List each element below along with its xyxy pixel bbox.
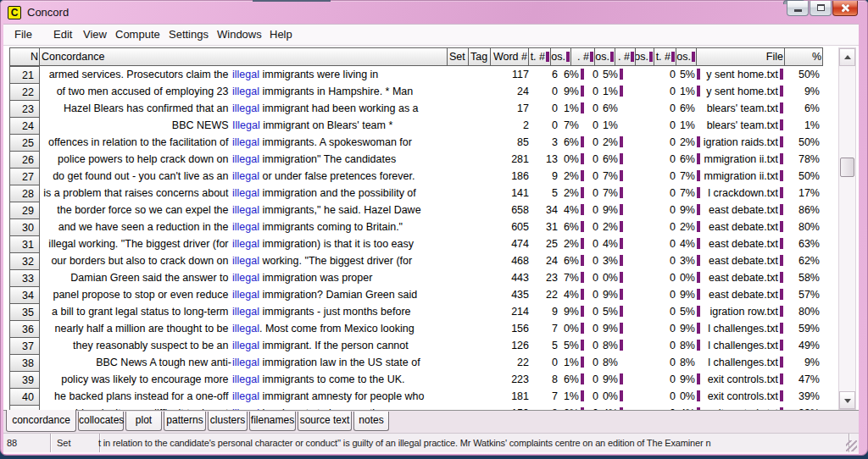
kwic-line: illegal immigrants," he said. Hazel Dawe — [232, 202, 421, 218]
keyword: illegal — [232, 221, 259, 233]
row-number-cell[interactable]: 26 — [9, 151, 40, 169]
position-bar — [780, 306, 783, 317]
concordance-row[interactable]: 28is a problem that raises concerns abou… — [3, 185, 859, 202]
tab-clusters[interactable]: clusters — [208, 412, 248, 431]
scroll-down-button[interactable] — [839, 391, 855, 409]
resize-grip[interactable] — [846, 440, 857, 451]
column-header-os[interactable]: os. — [635, 47, 654, 66]
para-position: 6% — [586, 100, 618, 117]
tab-collocates[interactable]: collocates — [78, 412, 124, 431]
row-number-cell[interactable]: 27 — [9, 168, 40, 185]
column-header-os[interactable]: os. — [594, 47, 615, 66]
left-context: Hazel Blears has confirmed that an — [40, 100, 231, 117]
concordance-row[interactable]: 37they reasonably suspect to be an illeg… — [3, 337, 859, 354]
left-context: he backed plans instead for a one-off — [40, 388, 231, 405]
column-header-t#[interactable]: t. # — [654, 47, 676, 66]
row-number-cell[interactable]: 25 — [9, 134, 40, 152]
concordance-row[interactable]: 32our borders but also to crack down on … — [3, 252, 859, 269]
column-header-word#[interactable]: Word # — [490, 47, 529, 66]
column-header-t#[interactable]: t. # — [528, 47, 551, 66]
vertical-scrollbar[interactable] — [838, 47, 856, 410]
tab-filenames[interactable]: filenames — [249, 412, 296, 431]
row-number-cell[interactable]: 37 — [9, 337, 40, 355]
concordance-row[interactable]: 34panel propose to stop or even reduce i… — [3, 286, 859, 303]
row-number-cell[interactable]: 38 — [9, 354, 40, 372]
right-context: immigrant. If the person cannot — [259, 340, 409, 351]
concordance-row[interactable]: 31illegal working. "The biggest driver (… — [3, 235, 859, 252]
column-header-file[interactable]: File — [696, 47, 785, 66]
tab-patterns[interactable]: patterns — [164, 412, 206, 431]
menu-help[interactable]: Help — [270, 25, 292, 44]
file-name: east debate.txt — [668, 286, 778, 303]
left-context: panel propose to stop or even reduce — [40, 286, 231, 303]
column-header-%[interactable]: % — [784, 47, 823, 66]
para-position: 4% — [586, 235, 618, 252]
row-number-cell[interactable]: 35 — [9, 303, 40, 321]
tab-notes[interactable]: notes — [353, 412, 389, 431]
percent: 49% — [786, 337, 820, 354]
menu-view[interactable]: View — [83, 25, 107, 44]
column-header-label: t. # — [656, 51, 670, 63]
menu-settings[interactable]: Settings — [169, 25, 209, 44]
concordance-row[interactable]: 39policy was likely to encourage more il… — [3, 371, 859, 388]
tab-plot[interactable]: plot — [125, 412, 162, 431]
close-button[interactable] — [832, 1, 858, 16]
row-number-cell[interactable]: 32 — [9, 252, 40, 270]
minimize-button[interactable] — [787, 1, 809, 16]
row-number-cell[interactable]: 34 — [9, 286, 40, 304]
column-header-os[interactable]: os. — [550, 47, 571, 66]
row-number-cell[interactable]: 30 — [9, 218, 40, 236]
row-number-cell[interactable]: 31 — [9, 235, 40, 253]
menu-edit[interactable]: Edit — [53, 25, 72, 44]
concordance-row[interactable]: 38BBC News A tough new anti-illegal immi… — [3, 354, 859, 371]
concordance-row[interactable]: 36nearly half a million are thought to b… — [3, 320, 859, 337]
row-number-cell[interactable]: 23 — [9, 100, 40, 118]
kwic-line: illegal immigrants. A spokeswoman for — [232, 134, 412, 151]
position-bar — [620, 187, 623, 198]
column-header-tag[interactable]: Tag — [468, 47, 491, 66]
scrollbar-thumb[interactable] — [840, 158, 854, 177]
column-header-#[interactable]: . # — [570, 47, 595, 66]
position-bar — [780, 289, 783, 300]
menu-file[interactable]: File — [14, 25, 32, 44]
column-header-concordance[interactable]: Concordance — [39, 47, 448, 66]
file-name: l crackdown.txt — [668, 185, 778, 202]
concordance-row[interactable]: 26police powers to help crack down on il… — [3, 151, 859, 168]
column-header-os[interactable]: os. — [676, 47, 697, 66]
column-header-set[interactable]: Set — [447, 47, 469, 66]
row-number-cell[interactable]: 29 — [9, 202, 40, 219]
restore-button[interactable] — [810, 1, 832, 16]
concordance-row[interactable]: 40he backed plans instead for a one-off … — [3, 388, 859, 405]
column-header-n[interactable]: N — [9, 47, 40, 66]
percent: 58% — [786, 269, 820, 286]
menu-windows[interactable]: Windows — [217, 25, 262, 44]
concordance-row[interactable]: 24BBC NEWS Illegal immigrant on Blears' … — [3, 117, 859, 134]
concordance-row[interactable]: 29the border force so we can expel the i… — [3, 202, 859, 218]
row-number-cell[interactable]: 22 — [9, 83, 40, 101]
menu-compute[interactable]: Compute — [115, 25, 160, 44]
row-number-cell[interactable]: 24 — [9, 117, 40, 135]
row-number-cell[interactable]: 40 — [9, 388, 40, 406]
concordance-row[interactable]: 22of two men accused of employing 23 ill… — [3, 83, 859, 100]
position-bar — [780, 86, 783, 97]
concordance-row[interactable]: 35a bill to grant legal status to long-t… — [3, 303, 859, 320]
row-number-cell[interactable]: 21 — [9, 66, 40, 84]
concordance-row[interactable]: 30and we have seen a reduction in the il… — [3, 218, 859, 235]
column-header-bar-icon — [671, 52, 675, 62]
concordance-row[interactable]: 23Hazel Blears has confirmed that an ill… — [3, 100, 859, 117]
scroll-up-button[interactable] — [839, 48, 855, 66]
row-number-cell[interactable]: 28 — [9, 185, 40, 202]
row-number-cell[interactable]: 33 — [9, 269, 40, 287]
row-number-cell[interactable]: 39 — [9, 371, 40, 389]
column-header-#[interactable]: . # — [615, 47, 636, 66]
para-position: 2% — [586, 134, 618, 151]
para-position: 9% — [586, 371, 618, 388]
tab-concordance[interactable]: concordance — [6, 410, 76, 432]
concordance-row[interactable]: 27do get found out - you can't live as a… — [3, 168, 859, 185]
row-number-cell[interactable]: 36 — [9, 320, 40, 338]
file-name: blears' team.txt — [668, 100, 778, 117]
concordance-row[interactable]: 25offences in relation to the facilitati… — [3, 134, 859, 151]
concordance-row[interactable]: 21armed services. Prosecutors claim the … — [3, 66, 859, 83]
concordance-row[interactable]: 33Damian Green said the answer to illega… — [3, 269, 859, 286]
tab-source-text[interactable]: source text — [298, 412, 352, 431]
